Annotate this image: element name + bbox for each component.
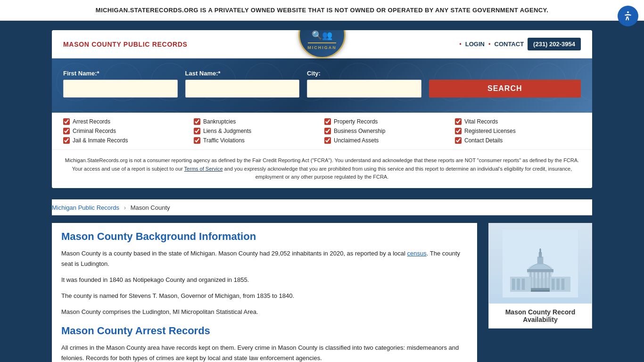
checkbox-bankruptcies-label: Bankruptcies	[203, 118, 236, 125]
logo-container: STATE RECORDS 🔍👥 MICHIGAN	[298, 30, 346, 58]
checkbox-registered-licenses-input[interactable]	[455, 128, 462, 134]
main-content: Mason County Background Information Maso…	[52, 223, 477, 362]
site-logo: STATE RECORDS 🔍👥 MICHIGAN	[298, 30, 346, 58]
first-name-input[interactable]	[63, 80, 178, 98]
form-row: First Name:* Last Name:* City: SEARCH	[63, 70, 581, 98]
checkbox-business-ownership: Business Ownership	[324, 128, 450, 134]
site-title: MASON COUNTY PUBLIC RECORDS	[63, 41, 188, 48]
search-button[interactable]: SEARCH	[429, 80, 581, 98]
disclaimer-text2: and you expressly acknowledge that you a…	[223, 166, 572, 180]
checkbox-liens-input[interactable]	[194, 128, 200, 134]
svg-rect-5	[539, 252, 542, 257]
checkbox-jail-records-input[interactable]	[63, 137, 70, 144]
svg-rect-11	[545, 271, 547, 288]
bg-para1: Mason County is a county based in the st…	[61, 248, 468, 269]
checkbox-jail-records-label: Jail & Inmate Records	[73, 137, 128, 144]
phone-button[interactable]: (231) 202-3954	[528, 38, 581, 50]
search-form-area: First Name:* Last Name:* City: SEARCH	[52, 58, 592, 113]
checkbox-business-ownership-label: Business Ownership	[334, 128, 385, 134]
search-card: MASON COUNTY PUBLIC RECORDS STATE RECORD…	[52, 30, 592, 188]
checkbox-contact-label: Contact Details	[464, 137, 503, 144]
svg-rect-10	[541, 271, 543, 288]
checkbox-criminal-records-input[interactable]	[63, 128, 70, 134]
checkbox-contact: Contact Details	[455, 137, 581, 144]
checkbox-registered-licenses: Registered Licenses	[455, 128, 581, 134]
checkbox-property-records: Property Records	[324, 118, 450, 125]
first-name-field: First Name:*	[63, 70, 178, 98]
disclaimer-area: Michigan.StateRecords.org is not a consu…	[52, 149, 592, 188]
building-image	[489, 223, 592, 304]
checkbox-criminal-records: Criminal Records	[63, 128, 189, 134]
svg-rect-19	[517, 279, 520, 290]
header-nav: • LOGIN • CONTACT (231) 202-3954	[459, 38, 581, 50]
first-name-label: First Name:*	[63, 70, 178, 77]
checkbox-liens: Liens & Judgments	[194, 128, 320, 134]
last-name-input[interactable]	[185, 80, 300, 98]
contact-link[interactable]: CONTACT	[495, 41, 524, 48]
checkbox-traffic: Traffic Violations	[194, 137, 320, 144]
breadcrumb-current: Mason County	[131, 204, 170, 211]
checkbox-property-records-input[interactable]	[324, 118, 331, 125]
checkbox-jail-records: Jail & Inmate Records	[63, 137, 189, 144]
checkbox-unclaimed-label: Unclaimed Assets	[334, 137, 379, 144]
checkbox-arrest-records-input[interactable]	[63, 118, 70, 125]
login-link[interactable]: LOGIN	[465, 41, 485, 48]
bg-para1-text1: Mason County is a county based in the st…	[61, 250, 407, 257]
svg-rect-6	[539, 248, 541, 253]
checkbox-bankruptcies: Bankruptcies	[194, 118, 320, 125]
divider	[52, 215, 592, 215]
arrest-para1: All crimes in the Mason County area have…	[61, 343, 468, 362]
city-input[interactable]	[307, 80, 421, 98]
logo-icons: 🔍👥	[312, 30, 332, 41]
census-link[interactable]: census	[407, 250, 427, 257]
svg-point-0	[627, 11, 629, 13]
last-name-label: Last Name:*	[185, 70, 300, 77]
checkbox-unclaimed: Unclaimed Assets	[324, 137, 450, 144]
sidebar: Mason County Record Availability	[488, 223, 592, 362]
sidebar-caption: Mason County Record Availability	[489, 304, 592, 328]
checkbox-arrest-records: Arrest Records	[63, 118, 189, 125]
city-field: City:	[307, 70, 421, 98]
checkbox-liens-label: Liens & Judgments	[203, 128, 251, 134]
bg-section-title: Mason County Background Information	[61, 230, 468, 243]
checkbox-registered-licenses-label: Registered Licenses	[464, 128, 516, 134]
svg-rect-4	[537, 256, 544, 264]
svg-rect-23	[561, 279, 564, 290]
checkbox-traffic-label: Traffic Violations	[203, 137, 245, 144]
breadcrumb-separator: ›	[124, 204, 126, 211]
checkbox-vital-records-input[interactable]	[455, 118, 462, 125]
checkbox-traffic-input[interactable]	[194, 137, 200, 144]
tos-link[interactable]: Terms of Service	[184, 166, 223, 172]
checkbox-arrest-records-label: Arrest Records	[73, 118, 110, 125]
checkbox-vital-records-label: Vital Records	[464, 118, 498, 125]
city-label: City:	[307, 70, 421, 77]
notice-banner: MICHIGAN.STATERECORDS.ORG IS A PRIVATELY…	[0, 0, 644, 21]
accessibility-icon	[622, 10, 634, 22]
checkbox-property-records-label: Property Records	[334, 118, 378, 125]
svg-rect-13	[527, 269, 553, 272]
bg-para3: The county is named for Stevens T. Mason…	[61, 291, 468, 301]
arrest-section-title: Mason County Arrest Records	[61, 325, 468, 337]
svg-rect-21	[552, 279, 554, 290]
svg-rect-18	[512, 279, 515, 290]
breadcrumb: Michigan Public Records › Mason County	[52, 199, 592, 215]
card-header: MASON COUNTY PUBLIC RECORDS STATE RECORD…	[52, 30, 592, 58]
checkbox-business-ownership-input[interactable]	[324, 128, 331, 134]
checkbox-bankruptcies-input[interactable]	[194, 118, 200, 125]
capitol-building-icon	[503, 228, 578, 299]
checkbox-contact-input[interactable]	[455, 137, 462, 144]
background-section: Mason County Background Information Maso…	[52, 223, 477, 362]
checkbox-unclaimed-input[interactable]	[324, 137, 331, 144]
accessibility-button[interactable]	[618, 6, 638, 26]
bg-para4: Mason County comprises the Ludington, MI…	[61, 307, 468, 317]
banner-text: MICHIGAN.STATERECORDS.ORG IS A PRIVATELY…	[96, 7, 548, 14]
svg-rect-9	[537, 271, 539, 288]
sidebar-box: Mason County Record Availability	[488, 223, 592, 329]
svg-rect-20	[522, 279, 525, 290]
checkbox-criminal-records-label: Criminal Records	[73, 128, 116, 134]
logo-michigan: MICHIGAN	[307, 45, 337, 50]
checkbox-vital-records: Vital Records	[455, 118, 581, 125]
breadcrumb-parent-link[interactable]: Michigan Public Records	[52, 204, 119, 211]
content-area: Mason County Background Information Maso…	[52, 223, 592, 362]
checkboxes-area: Arrest Records Bankruptcies Property Rec…	[52, 113, 592, 149]
